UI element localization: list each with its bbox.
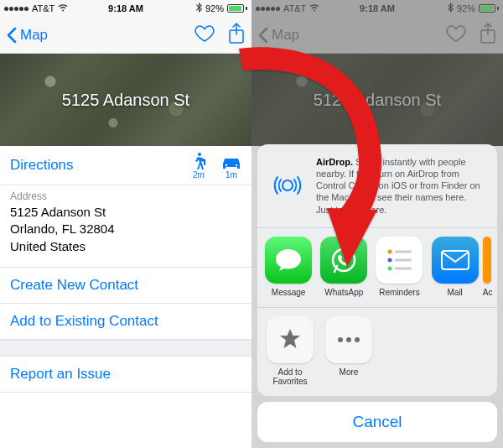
share-sheet: AirDrop. Share instantly with people nea…	[257, 144, 497, 442]
drive-mode[interactable]: 1m	[221, 157, 241, 180]
svg-point-2	[226, 164, 227, 165]
action-label: More	[340, 367, 359, 377]
back-label: Map	[20, 27, 48, 44]
svg-point-7	[388, 250, 392, 254]
message-icon	[274, 247, 303, 273]
airdrop-icon	[269, 167, 306, 204]
app-label: Ac	[483, 288, 493, 297]
action-label: Add to Favorites	[261, 367, 319, 386]
favorite-button[interactable]	[194, 24, 215, 46]
share-message[interactable]: Message	[261, 237, 316, 297]
svg-point-3	[236, 164, 237, 165]
svg-rect-8	[395, 251, 412, 253]
battery-icon	[227, 4, 247, 13]
status-time: 9:18 AM	[108, 3, 143, 13]
app-label: Message	[272, 288, 306, 297]
svg-point-15	[346, 337, 351, 342]
car-icon	[221, 157, 241, 170]
app-label: Reminders	[379, 288, 419, 297]
address-section: Address 5125 Adanson St Orlando, FL 3280…	[0, 185, 252, 268]
battery-percent: 92%	[205, 3, 224, 13]
add-to-favorites[interactable]: Add to Favorites	[261, 316, 319, 386]
airdrop-title: AirDrop.	[316, 157, 353, 167]
svg-rect-12	[395, 268, 412, 270]
back-button[interactable]: Map	[7, 27, 48, 44]
svg-point-11	[388, 267, 392, 271]
carrier-label: AT&T	[32, 3, 54, 13]
share-partial[interactable]: Ac	[483, 237, 494, 297]
address-label: Address	[10, 190, 241, 202]
share-action-row: Add to Favorites More	[257, 308, 497, 396]
status-bar: AT&T 9:18 AM 92%	[0, 0, 252, 17]
share-mail[interactable]: Mail	[428, 237, 483, 297]
address-title: 5125 Adanson St	[62, 91, 189, 110]
walk-mode[interactable]: 2m	[191, 152, 206, 180]
walk-time: 2m	[193, 170, 205, 180]
nav-bar: Map	[0, 17, 252, 54]
share-button[interactable]	[228, 23, 245, 48]
address-line2: Orlando, FL 32804	[10, 221, 241, 237]
left-screen: AT&T 9:18 AM 92% Map	[0, 0, 252, 448]
share-icon	[228, 23, 245, 44]
mail-icon	[440, 249, 470, 271]
share-whatsapp[interactable]: WhatsApp	[316, 237, 371, 297]
create-contact-button[interactable]: Create New Contact	[0, 268, 252, 304]
address-line3: United States	[10, 238, 241, 255]
share-app-row: Message WhatsApp	[257, 228, 497, 308]
svg-point-5	[283, 180, 293, 190]
share-reminders[interactable]: Reminders	[371, 237, 427, 297]
heart-icon	[194, 24, 215, 43]
svg-point-16	[355, 337, 360, 342]
bluetooth-icon	[196, 3, 202, 14]
add-existing-contact-button[interactable]: Add to Existing Contact	[0, 304, 252, 340]
right-screen: AT&T 9:18 AM 92%	[252, 0, 503, 448]
airdrop-section[interactable]: AirDrop. Share instantly with people nea…	[257, 144, 497, 228]
walk-icon	[191, 152, 206, 170]
svg-point-1	[198, 153, 201, 156]
report-issue-button[interactable]: Report an Issue	[0, 357, 252, 393]
app-label: WhatsApp	[324, 288, 363, 297]
chevron-left-icon	[7, 27, 17, 44]
app-label: Mail	[447, 288, 462, 297]
more-icon	[336, 336, 361, 344]
reminders-icon	[382, 243, 416, 277]
wifi-icon	[58, 3, 68, 13]
cancel-button[interactable]: Cancel	[257, 402, 497, 442]
address-line1: 5125 Adanson St	[10, 204, 241, 221]
signal-dots-icon	[4, 7, 29, 11]
svg-rect-13	[442, 251, 469, 269]
more-actions[interactable]: More	[319, 316, 378, 386]
drive-time: 1m	[226, 170, 237, 180]
directions-button[interactable]: Directions	[10, 157, 74, 174]
section-gap	[0, 340, 252, 357]
map-header: 5125 Adanson St	[0, 54, 252, 146]
action-row: Directions 2m 1m	[0, 146, 252, 185]
svg-rect-10	[395, 259, 412, 262]
svg-point-9	[388, 258, 392, 263]
star-icon	[277, 327, 303, 352]
whatsapp-icon	[329, 246, 358, 274]
svg-point-14	[338, 337, 343, 342]
